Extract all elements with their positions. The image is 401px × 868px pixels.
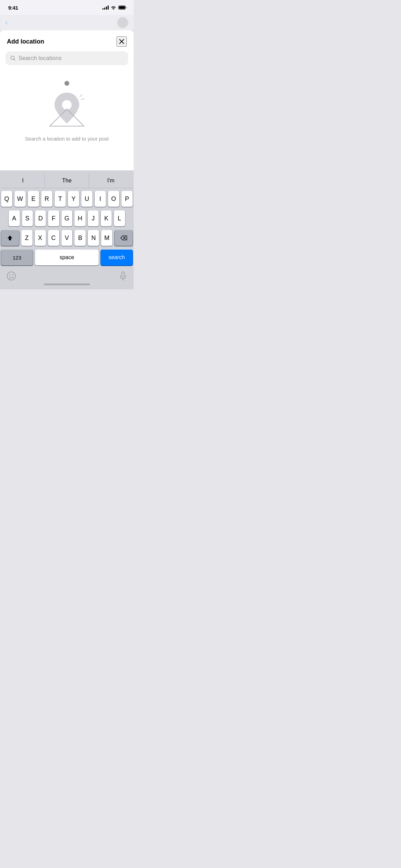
keyboard-row-1: Q W E R T Y U I O P (1, 191, 133, 207)
sheet-title: Add location (7, 38, 44, 45)
keyboard: I The I'm Q W E R T Y U I O P A S D F G … (0, 170, 134, 289)
behind-sheet: ‹ (0, 15, 134, 30)
key-x[interactable]: X (35, 230, 46, 246)
key-z[interactable]: Z (21, 230, 33, 246)
key-n[interactable]: N (88, 230, 99, 246)
key-o[interactable]: O (108, 191, 119, 207)
home-bar (44, 284, 90, 285)
search-bar-container (0, 51, 134, 71)
number-key[interactable]: 123 (1, 250, 33, 265)
key-p[interactable]: P (121, 191, 133, 207)
autocomplete-bar: I The I'm (1, 173, 133, 188)
autocomplete-item-1[interactable]: I (1, 173, 45, 188)
key-f[interactable]: F (48, 210, 59, 226)
close-icon (119, 39, 124, 44)
key-y[interactable]: Y (68, 191, 79, 207)
status-icons (102, 5, 127, 10)
key-g[interactable]: G (61, 210, 72, 226)
shift-icon (7, 235, 13, 241)
search-bar[interactable] (5, 51, 128, 65)
svg-line-7 (80, 95, 82, 97)
status-time: 9:41 (8, 5, 18, 11)
behind-avatar (117, 17, 128, 28)
key-a[interactable]: A (9, 210, 20, 226)
key-l[interactable]: L (114, 210, 125, 226)
shift-key[interactable] (1, 230, 19, 246)
svg-point-11 (7, 272, 15, 280)
key-t[interactable]: T (54, 191, 66, 207)
add-location-sheet: Add location (0, 30, 134, 289)
svg-rect-14 (122, 272, 124, 277)
key-k[interactable]: K (101, 210, 112, 226)
emoji-button[interactable] (7, 271, 16, 281)
key-v[interactable]: V (61, 230, 73, 246)
home-indicator-area (1, 282, 133, 288)
backspace-key[interactable] (114, 230, 133, 246)
key-u[interactable]: U (81, 191, 93, 207)
signal-icon (102, 5, 109, 10)
search-input[interactable] (19, 55, 123, 62)
keyboard-row-3: Z X C V B N M (1, 230, 133, 246)
key-i[interactable]: I (95, 191, 106, 207)
key-m[interactable]: M (101, 230, 112, 246)
wifi-icon (111, 5, 116, 10)
key-j[interactable]: J (88, 210, 99, 226)
status-bar: 9:41 (0, 0, 134, 15)
key-r[interactable]: R (41, 191, 52, 207)
keyboard-row-2: A S D F G H J K L (1, 210, 133, 226)
close-button[interactable] (117, 36, 127, 47)
back-icon: ‹ (5, 19, 8, 26)
location-dot (64, 81, 69, 86)
microphone-icon (119, 271, 127, 281)
svg-point-13 (12, 275, 13, 276)
key-h[interactable]: H (74, 210, 85, 226)
key-b[interactable]: B (74, 230, 86, 246)
autocomplete-item-3[interactable]: I'm (89, 173, 133, 188)
svg-line-8 (81, 99, 84, 99)
backspace-icon (120, 236, 127, 240)
svg-line-5 (14, 59, 15, 61)
key-w[interactable]: W (14, 191, 26, 207)
microphone-button[interactable] (119, 271, 127, 281)
location-illustration (43, 89, 91, 130)
key-d[interactable]: D (35, 210, 46, 226)
empty-state: Search a location to add to your post (0, 71, 134, 170)
svg-rect-1 (119, 6, 125, 9)
key-c[interactable]: C (48, 230, 59, 246)
battery-icon (118, 5, 127, 10)
search-key[interactable]: search (101, 250, 133, 265)
space-key[interactable]: space (35, 250, 99, 265)
emoji-icon (7, 271, 16, 281)
svg-point-12 (10, 275, 11, 276)
sheet-header: Add location (0, 30, 134, 51)
key-e[interactable]: E (28, 191, 39, 207)
svg-point-6 (62, 100, 72, 110)
keyboard-row-4: 123 space search (1, 250, 133, 265)
key-q[interactable]: Q (1, 191, 12, 207)
search-icon (10, 56, 16, 61)
empty-state-text: Search a location to add to your post (25, 136, 109, 142)
key-s[interactable]: S (22, 210, 33, 226)
keyboard-bottom-row (1, 269, 133, 282)
autocomplete-item-2[interactable]: The (45, 173, 89, 188)
